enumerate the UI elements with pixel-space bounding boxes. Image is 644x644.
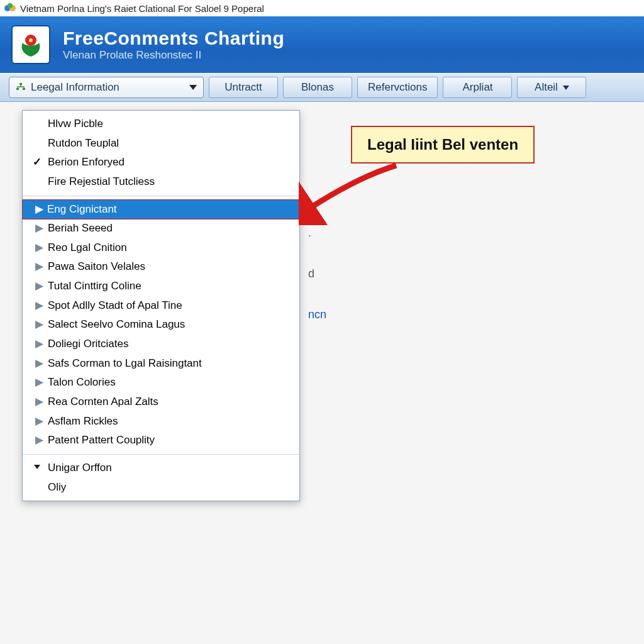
- menu-item[interactable]: ▶ Beriah Seeed: [23, 219, 299, 238]
- svg-rect-7: [23, 88, 25, 90]
- menu-item[interactable]: Oliy: [23, 478, 299, 497]
- legal-information-dropdown[interactable]: Leegal Information: [9, 77, 204, 98]
- app-header: FreeConments Charting Vlenan Prolate Res…: [0, 16, 644, 73]
- triangle-right-icon: ▶: [35, 202, 43, 218]
- menu-item[interactable]: ▶ Pawa Saiton Velales: [23, 257, 299, 277]
- menu-item[interactable]: ▶ Asflam Rickles: [23, 412, 299, 431]
- app-logo: [11, 25, 50, 64]
- svg-rect-6: [16, 88, 19, 90]
- chevron-down-icon: [189, 85, 197, 90]
- tab-refervctions[interactable]: Refervctions: [357, 77, 438, 98]
- window-title: Vietnam Porlna Ling's Raiet Clational Fo…: [20, 3, 264, 14]
- menu-item[interactable]: ▶ Spot Adlly Stadt of Apal Tine: [23, 296, 299, 316]
- svg-point-4: [29, 38, 33, 42]
- svg-rect-5: [19, 83, 22, 85]
- menu-item[interactable]: Fire Rejestial Tutcliess: [23, 172, 299, 192]
- menu-item[interactable]: ▶ Safs Corman to Lgal Raisingtant: [23, 354, 299, 374]
- main-toolbar: Leegal Information Untractt Blonas Refer…: [0, 73, 644, 102]
- chevron-down-icon: [563, 86, 569, 90]
- triangle-right-icon: ▶: [35, 221, 43, 236]
- tab-blonas[interactable]: Blonas: [283, 77, 352, 98]
- triangle-right-icon: ▶: [35, 394, 43, 410]
- menu-item[interactable]: ▶ Talon Colories: [23, 373, 299, 392]
- background-link[interactable]: ncn: [308, 308, 326, 321]
- triangle-right-icon: ▶: [35, 375, 43, 391]
- menu-item-selected[interactable]: ▶ Eng Cignictant: [22, 199, 300, 220]
- dropdown-label: Leegal Information: [31, 81, 119, 94]
- instruction-callout: Legal Iiint Bel venten: [351, 126, 535, 164]
- menu-item[interactable]: Hlvw Picble: [23, 114, 299, 134]
- arrow-annotation: [299, 162, 406, 225]
- triangle-right-icon: ▶: [35, 317, 43, 333]
- sitemap-icon: [16, 82, 26, 92]
- menu-item-expandable[interactable]: Unigar Orffon: [23, 458, 299, 478]
- triangle-right-icon: ▶: [35, 433, 43, 448]
- menu-item[interactable]: ▶ Tutal Cinttirg Coline: [23, 277, 299, 296]
- menu-group-3: Unigar Orffon Oliy: [23, 454, 299, 501]
- triangle-right-icon: ▶: [35, 336, 43, 352]
- tab-untractt[interactable]: Untractt: [209, 77, 278, 98]
- menu-group-2: ▶ Eng Cignictant ▶ Beriah Seeed ▶ Reo Lg…: [23, 196, 299, 454]
- triangle-right-icon: ▶: [35, 298, 43, 314]
- menu-item[interactable]: ▶ Rea Cornten Apal Zalts: [23, 392, 299, 412]
- tab-arpliat[interactable]: Arpliat: [443, 77, 512, 98]
- triangle-right-icon: ▶: [35, 356, 43, 372]
- background-content: . d ncn: [308, 226, 326, 349]
- app-subtitle: Vlenan Prolate Reshonstec II: [63, 49, 284, 62]
- window-titlebar: Vietnam Porlna Ling's Raiet Clational Fo…: [0, 0, 644, 16]
- menu-group-1: Hlvw Picble Rutdon Teuplal ✓ Berion Enfo…: [23, 111, 299, 196]
- triangle-right-icon: ▶: [35, 279, 43, 294]
- app-small-icon: [4, 2, 16, 14]
- menu-item[interactable]: ▶ Reo Lgal Cnition: [23, 238, 299, 258]
- triangle-right-icon: ▶: [35, 414, 43, 430]
- menu-item[interactable]: ▶ Doliegi Oritciates: [23, 335, 299, 354]
- app-title: FreeConments Charting: [63, 28, 284, 49]
- triangle-right-icon: ▶: [35, 259, 43, 275]
- menu-item-checked[interactable]: ✓ Berion Enforyed: [23, 153, 299, 172]
- menu-item[interactable]: ▶ Salect Seelvo Comina Lagus: [23, 315, 299, 335]
- chevron-down-icon: [34, 465, 40, 469]
- triangle-right-icon: ▶: [35, 240, 43, 256]
- check-icon: ✓: [33, 155, 42, 170]
- menu-item[interactable]: ▶ Patent Pattert Couplity: [23, 431, 299, 450]
- menu-item[interactable]: Rutdon Teuplal: [23, 134, 299, 153]
- svg-point-2: [8, 3, 13, 8]
- legal-information-menu: Hlvw Picble Rutdon Teuplal ✓ Berion Enfo…: [22, 110, 300, 501]
- tab-alteil[interactable]: Alteil: [517, 77, 586, 98]
